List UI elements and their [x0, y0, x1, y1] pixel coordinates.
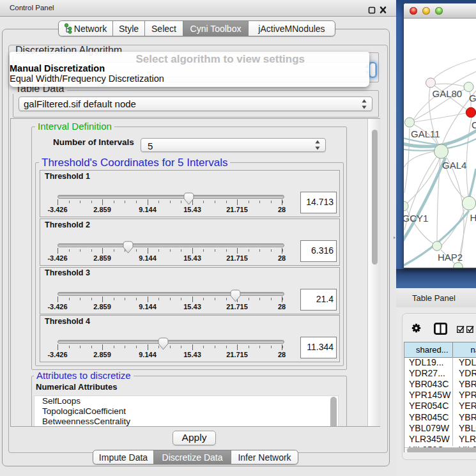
svg-text:GAL4: GAL4 [442, 160, 466, 171]
svg-text:HAP2: HAP2 [438, 252, 463, 263]
svg-text:GAL3: GAL3 [469, 93, 476, 104]
svg-text:GCY1: GCY1 [404, 213, 428, 224]
svg-text:GAL80: GAL80 [433, 88, 463, 99]
svg-text:HIS7: HIS7 [470, 212, 476, 223]
svg-text:GAL11: GAL11 [411, 128, 440, 139]
svg-text:CDC6: CDC6 [472, 119, 476, 130]
